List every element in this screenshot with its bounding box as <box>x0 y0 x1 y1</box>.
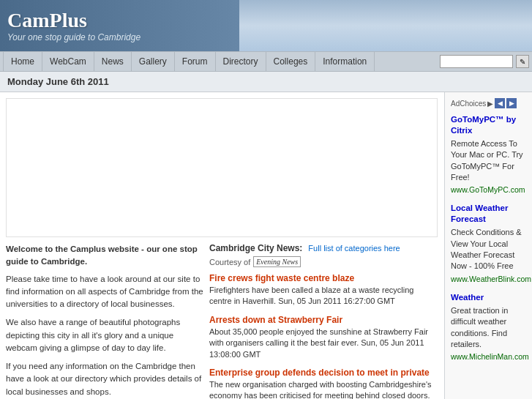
ad-choices-triangle-icon: ▶ <box>487 100 493 108</box>
header-background <box>239 0 532 51</box>
two-col-layout: Welcome to the Camplus website - our one… <box>6 243 438 399</box>
site-title: CamPlus <box>7 9 141 32</box>
sidebar-ad-text-3: Great traction in difficult weather cond… <box>451 305 526 351</box>
sidebar-ad-link-1[interactable]: www.GoToMyPC.com <box>451 185 526 194</box>
news-text-3: The new organisation charged with boosti… <box>209 380 432 399</box>
ad-choices-bar: AdChoices ▶ ◀ ▶ <box>451 98 526 108</box>
news-item-2: Arrests down at Strawberry Fair About 35… <box>209 315 438 360</box>
welcome-para-2: We also have a range of beautiful photog… <box>6 316 203 354</box>
welcome-title: Welcome to the Camplus website - our one… <box>6 243 203 269</box>
courtesy-label: Courtesy of <box>209 258 250 266</box>
date-text: Monday June 6th 2011 <box>7 76 109 87</box>
news-text-1: Firefighters have been called a blaze at… <box>209 286 413 305</box>
sidebar-ad-text-2: Check Conditions & View Your Local Weath… <box>451 227 526 272</box>
news-title-1[interactable]: Fire crews fight waste centre blaze <box>209 273 438 283</box>
welcome-para-1: Please take time to have a look around a… <box>6 273 203 311</box>
date-bar: Monday June 6th 2011 <box>0 72 532 92</box>
nav-colleges[interactable]: Colleges <box>266 52 316 71</box>
content-area: Welcome to the Camplus website - our one… <box>0 92 444 399</box>
header-text-block: CamPlus Your one stop guide to Cambridge <box>7 9 141 42</box>
sidebar-ad-text-1: Remote Access To Your Mac or PC. Try GoT… <box>451 138 526 184</box>
nav-directory[interactable]: Directory <box>216 52 266 71</box>
right-column: Cambridge City News: Full list of catego… <box>209 243 438 399</box>
sidebar-ad-link-2[interactable]: www.WeatherBlink.com <box>451 275 526 283</box>
nav-home[interactable]: Home <box>3 52 42 71</box>
sidebar-ad-title-2[interactable]: Local Weather Forecast <box>451 203 526 225</box>
ad-prev-button[interactable]: ◀ <box>495 98 505 108</box>
sidebar-ad-title-1[interactable]: GoToMyPC™ by Citrix <box>451 114 526 136</box>
main-wrapper: Welcome to the Camplus website - our one… <box>0 92 532 399</box>
news-header-title: Cambridge City News: <box>209 243 302 253</box>
search-button[interactable]: ✎ <box>516 55 529 68</box>
ad-next-button[interactable]: ▶ <box>506 98 517 108</box>
nav-gallery[interactable]: Gallery <box>132 52 175 71</box>
news-text-2: About 35,000 people enjoyed the sunshine… <box>209 327 428 359</box>
ad-banner <box>6 98 438 237</box>
nav-news[interactable]: News <box>94 52 132 71</box>
news-item-1: Fire crews fight waste centre blaze Fire… <box>209 273 438 307</box>
ad-choices-label: AdChoices <box>451 100 486 108</box>
news-title-2[interactable]: Arrests down at Strawberry Fair <box>209 315 438 325</box>
nav-forum[interactable]: Forum <box>175 52 216 71</box>
nav-webcam[interactable]: WebCam <box>42 52 94 71</box>
full-list-link[interactable]: Full list of categories here <box>308 244 400 253</box>
site-header: CamPlus Your one stop guide to Cambridge <box>0 0 532 51</box>
site-subtitle: Your one stop guide to Cambridge <box>7 32 141 42</box>
sidebar-ad-local-weather: Local Weather Forecast Check Conditions … <box>451 203 526 283</box>
news-item-3: Enterprise group defends decision to mee… <box>209 368 438 399</box>
nav-information[interactable]: Information <box>315 52 375 71</box>
main-nav: Home WebCam News Gallery Forum Directory… <box>0 51 532 72</box>
welcome-para-3: If you need any information on the Cambr… <box>6 360 203 398</box>
news-courtesy: Courtesy of Evening News <box>209 256 438 267</box>
news-header-row: Cambridge City News: Full list of catego… <box>209 243 438 253</box>
sidebar-ad-gotomypc: GoToMyPC™ by Citrix Remote Access To You… <box>451 114 526 194</box>
sidebar-ad-link-3[interactable]: www.MichelinMan.com <box>451 352 526 361</box>
sidebar-ad-title-3[interactable]: Weather <box>451 292 526 303</box>
nav-search-area: ✎ <box>440 55 529 68</box>
left-column: Welcome to the Camplus website - our one… <box>6 243 203 399</box>
search-input[interactable] <box>440 55 513 68</box>
right-sidebar: AdChoices ▶ ◀ ▶ GoToMyPC™ by Citrix Remo… <box>444 92 532 399</box>
evening-news-logo: Evening News <box>253 256 301 267</box>
news-title-3[interactable]: Enterprise group defends decision to mee… <box>209 368 438 378</box>
sidebar-ad-weather: Weather Great traction in difficult weat… <box>451 292 526 362</box>
